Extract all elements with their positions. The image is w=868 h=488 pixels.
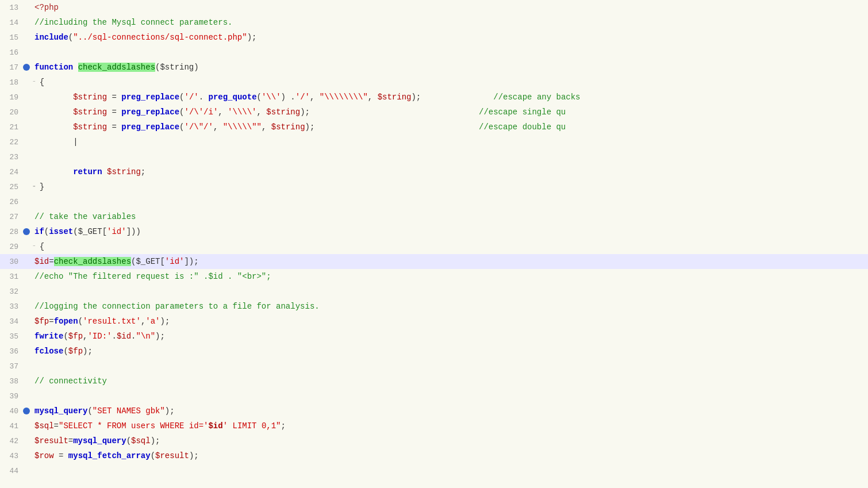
- line-num-38: 38: [0, 377, 23, 386]
- fold-18[interactable]: ⁻: [32, 79, 36, 86]
- line-num-15: 15: [0, 33, 23, 42]
- code-line-37: 37: [0, 359, 868, 374]
- code-line-15: 15 include("../sql-connections/sql-conne…: [0, 30, 868, 45]
- code-line-30: 30 $id=check_addslashes($_GET['id']);: [0, 254, 868, 269]
- no-bp-24: [23, 168, 30, 175]
- line-num-41: 41: [0, 422, 23, 431]
- line-content-42: $result=mysql_query($sql);: [32, 436, 868, 445]
- line-content-26: [32, 197, 868, 206]
- line-content-22: |: [32, 137, 868, 147]
- code-line-28: 28 if(isset($_GET['id'])): [0, 224, 868, 239]
- line-content-19: $string = preg_replace('/'. preg_quote('…: [32, 93, 868, 102]
- line-num-13: 13: [0, 3, 23, 12]
- code-line-24: 24 return $string;: [0, 164, 868, 179]
- line-num-23: 23: [0, 153, 23, 162]
- code-line-17: 17 function check_addslashes($string): [0, 60, 868, 75]
- code-line-40: 40 mysql_query("SET NAMES gbk");: [0, 404, 868, 418]
- code-line-20: 20 $string = preg_replace('/\'/i', '\\\\…: [0, 105, 868, 120]
- no-bp-32: [23, 288, 30, 295]
- line-num-31: 31: [0, 272, 23, 281]
- no-bp-16: [23, 49, 30, 56]
- line-num-32: 32: [0, 287, 23, 296]
- line-content-14: //including the Mysql connect parameters…: [32, 18, 868, 27]
- code-line-27: 27 // take the variables: [0, 209, 868, 224]
- line-content-44: [32, 466, 868, 475]
- line-content-35: fwrite($fp,'ID:'.$id."\n");: [32, 332, 868, 341]
- no-bp-19: [23, 94, 30, 101]
- line-content-18: {: [37, 78, 868, 87]
- code-line-25: 25 ⁼ }: [0, 179, 868, 194]
- no-bp-30: [23, 258, 30, 265]
- code-line-43: 43 $row = mysql_fetch_array($result);: [0, 448, 868, 463]
- line-content-43: $row = mysql_fetch_array($result);: [32, 451, 868, 460]
- line-num-39: 39: [0, 392, 23, 401]
- line-num-40: 40: [0, 407, 23, 416]
- line-content-28: if(isset($_GET['id'])): [32, 227, 868, 236]
- line-content-23: [32, 152, 868, 162]
- bp-40: [23, 408, 30, 414]
- line-num-28: 28: [0, 228, 23, 236]
- no-bp-31: [23, 273, 30, 280]
- code-line-16: 16: [0, 45, 868, 60]
- no-bp-18: [23, 79, 30, 86]
- line-num-30: 30: [0, 258, 23, 266]
- line-content-31: //echo "The filtered request is :" .$id …: [32, 272, 868, 281]
- code-line-21: 21 $string = preg_replace('/\"/', "\\\\\…: [0, 120, 868, 135]
- code-line-44: 44: [0, 463, 868, 478]
- line-content-40: mysql_query("SET NAMES gbk");: [32, 406, 868, 416]
- line-content-32: [32, 287, 868, 296]
- no-bp-44: [23, 467, 30, 474]
- no-bp-34: [23, 318, 30, 325]
- no-bp-39: [23, 393, 30, 399]
- line-num-36: 36: [0, 347, 23, 356]
- no-bp-37: [23, 363, 30, 370]
- code-line-41: 41 $sql="SELECT * FROM users WHERE id='$…: [0, 418, 868, 433]
- code-line-23: 23: [0, 149, 868, 164]
- no-bp-29: [23, 243, 30, 250]
- line-num-20: 20: [0, 108, 23, 117]
- code-line-38: 38 // connectivity: [0, 374, 868, 389]
- line-content-33: //logging the connection parameters to a…: [32, 302, 868, 311]
- code-editor: 13 <?php 14 //including the Mysql connec…: [0, 0, 868, 488]
- line-content-30: $id=check_addslashes($_GET['id']);: [32, 257, 868, 266]
- code-line-35: 35 fwrite($fp,'ID:'.$id."\n");: [0, 329, 868, 344]
- code-line-13: 13 <?php: [0, 0, 868, 15]
- code-line-14: 14 //including the Mysql connect paramet…: [0, 15, 868, 30]
- no-bp-14: [23, 19, 30, 26]
- line-num-16: 16: [0, 48, 23, 57]
- no-bp-38: [23, 378, 30, 385]
- no-bp-27: [23, 213, 30, 220]
- line-content-21: $string = preg_replace('/\"/', "\\\\\"",…: [32, 122, 868, 132]
- no-bp-43: [23, 452, 30, 459]
- line-content-27: // take the variables: [32, 212, 868, 221]
- no-bp-22: [23, 139, 30, 145]
- code-line-42: 42 $result=mysql_query($sql);: [0, 433, 868, 448]
- code-line-18: 18 ⁻ {: [0, 75, 868, 90]
- code-line-33: 33 //logging the connection parameters t…: [0, 299, 868, 314]
- line-num-37: 37: [0, 362, 23, 371]
- line-content-38: // connectivity: [32, 376, 868, 386]
- line-num-24: 24: [0, 168, 23, 176]
- line-num-22: 22: [0, 138, 23, 147]
- bp-17: [23, 64, 30, 71]
- line-num-25: 25: [0, 183, 23, 191]
- no-bp-26: [23, 198, 30, 205]
- no-bp-41: [23, 422, 30, 429]
- line-content-15: include("../sql-connections/sql-connect.…: [32, 33, 868, 42]
- line-content-41: $sql="SELECT * FROM users WHERE id='$id'…: [32, 421, 868, 431]
- line-num-35: 35: [0, 332, 23, 341]
- line-content-16: [32, 48, 868, 57]
- no-bp-36: [23, 348, 30, 355]
- fold-25[interactable]: ⁼: [32, 183, 36, 191]
- no-bp-13: [23, 4, 30, 11]
- fold-29[interactable]: ⁻: [32, 243, 36, 251]
- line-num-26: 26: [0, 198, 23, 206]
- code-line-22: 22 |: [0, 135, 868, 149]
- line-content-25: }: [37, 182, 868, 191]
- code-line-36: 36 fclose($fp);: [0, 344, 868, 359]
- no-bp-20: [23, 109, 30, 116]
- code-line-39: 39: [0, 389, 868, 404]
- no-bp-33: [23, 303, 30, 310]
- line-num-18: 18: [0, 78, 23, 87]
- line-num-21: 21: [0, 123, 23, 132]
